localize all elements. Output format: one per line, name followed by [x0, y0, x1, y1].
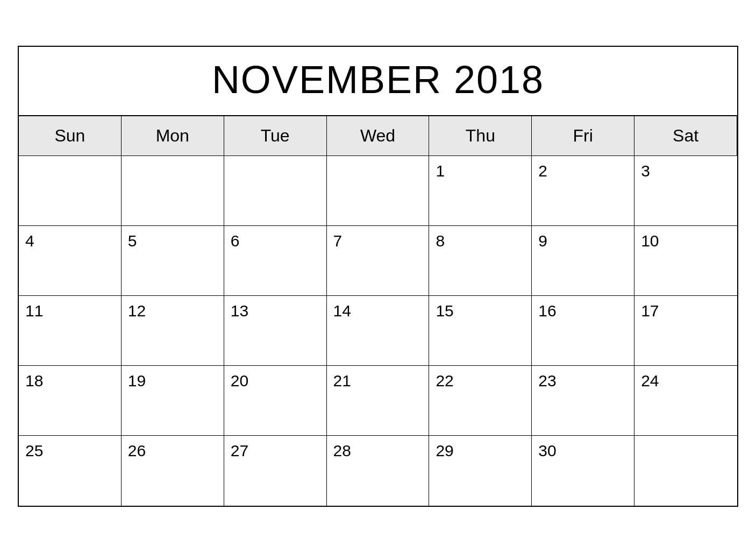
day-cell-22: 22: [429, 366, 532, 436]
day-cell-19: 19: [122, 366, 224, 436]
day-cell-12: 12: [122, 296, 224, 366]
day-cell-27: 27: [224, 436, 327, 506]
day-cell-28: 28: [327, 436, 430, 506]
day-cell-16: 16: [532, 296, 634, 366]
day-cell-20: 20: [224, 366, 327, 436]
day-cell-6: 6: [224, 226, 327, 296]
day-cell-9: 9: [532, 226, 634, 296]
calendar-header: NOVEMBER 2018: [19, 47, 737, 116]
day-cell-14: 14: [327, 296, 430, 366]
day-cell-10: 10: [634, 226, 737, 296]
day-cell-17: 17: [634, 296, 737, 366]
day-cell-empty: [327, 156, 430, 226]
day-cell-18: 18: [19, 366, 122, 436]
day-header-sun: Sun: [19, 116, 122, 156]
calendar-grid: Sun Mon Tue Wed Thu Fri Sat 1 2 3 4 5 6 …: [19, 116, 737, 506]
day-cell-15: 15: [429, 296, 532, 366]
day-cell-25: 25: [19, 436, 122, 506]
day-cell-5: 5: [122, 226, 224, 296]
day-cell-empty: [19, 156, 122, 226]
calendar-title: NOVEMBER 2018: [212, 58, 544, 101]
day-header-fri: Fri: [532, 116, 634, 156]
day-header-wed: Wed: [327, 116, 430, 156]
calendar: NOVEMBER 2018 Sun Mon Tue Wed Thu Fri Sa…: [18, 46, 738, 507]
day-cell-29: 29: [429, 436, 532, 506]
day-cell-11: 11: [19, 296, 122, 366]
day-header-mon: Mon: [122, 116, 224, 156]
day-cell-26: 26: [122, 436, 224, 506]
day-header-thu: Thu: [429, 116, 532, 156]
day-cell-24: 24: [634, 366, 737, 436]
day-cell-13: 13: [224, 296, 327, 366]
day-header-tue: Tue: [224, 116, 327, 156]
day-cell-empty: [122, 156, 224, 226]
day-header-sat: Sat: [634, 116, 737, 156]
day-cell-30: 30: [532, 436, 634, 506]
day-cell-3: 3: [634, 156, 737, 226]
day-cell-23: 23: [532, 366, 634, 436]
day-cell-1: 1: [429, 156, 532, 226]
day-cell-empty: [224, 156, 327, 226]
day-cell-empty: [634, 436, 737, 506]
day-cell-4: 4: [19, 226, 122, 296]
day-cell-7: 7: [327, 226, 430, 296]
day-cell-21: 21: [327, 366, 430, 436]
day-cell-2: 2: [532, 156, 634, 226]
day-cell-8: 8: [429, 226, 532, 296]
